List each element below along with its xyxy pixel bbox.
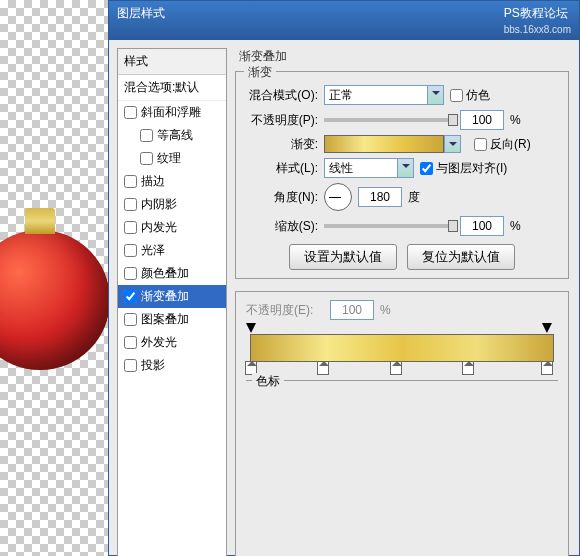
- style-checkbox[interactable]: [124, 290, 137, 303]
- blend-mode-label: 混合模式(O):: [246, 87, 318, 104]
- style-item-纹理[interactable]: 纹理: [118, 147, 226, 170]
- style-checkbox[interactable]: [140, 129, 153, 142]
- opacity-stop[interactable]: [246, 323, 256, 333]
- opacity-stop[interactable]: [542, 323, 552, 333]
- dither-checkbox[interactable]: 仿色: [450, 87, 522, 104]
- editor-opacity-label: 不透明度(E):: [246, 302, 324, 319]
- style-item-label: 光泽: [141, 242, 165, 259]
- style-item-投影[interactable]: 投影: [118, 354, 226, 377]
- angle-value[interactable]: 180: [358, 187, 402, 207]
- dialog-title: 图层样式: [117, 5, 165, 36]
- style-label: 样式(L):: [246, 160, 318, 177]
- blending-options-default[interactable]: 混合选项:默认: [118, 75, 226, 101]
- angle-label: 角度(N):: [246, 189, 318, 206]
- style-item-内阴影[interactable]: 内阴影: [118, 193, 226, 216]
- opacity-value[interactable]: 100: [460, 110, 504, 130]
- style-select[interactable]: 线性: [324, 158, 414, 178]
- scale-value[interactable]: 100: [460, 216, 504, 236]
- style-item-label: 等高线: [157, 127, 193, 144]
- style-item-label: 颜色叠加: [141, 265, 189, 282]
- color-stop[interactable]: [541, 361, 553, 375]
- styles-header: 样式: [118, 49, 226, 75]
- style-item-label: 投影: [141, 357, 165, 374]
- style-item-等高线[interactable]: 等高线: [118, 124, 226, 147]
- color-stop[interactable]: [317, 361, 329, 375]
- angle-dial[interactable]: [324, 183, 352, 211]
- style-item-光泽[interactable]: 光泽: [118, 239, 226, 262]
- dialog-titlebar[interactable]: 图层样式 PS教程论坛 bbs.16xx8.com: [109, 1, 579, 40]
- styles-list-panel: 样式 混合选项:默认 斜面和浮雕等高线纹理描边内阴影内发光光泽颜色叠加渐变叠加图…: [117, 48, 227, 556]
- style-item-颜色叠加[interactable]: 颜色叠加: [118, 262, 226, 285]
- style-checkbox[interactable]: [124, 175, 137, 188]
- layer-style-dialog: 图层样式 PS教程论坛 bbs.16xx8.com 样式 混合选项:默认 斜面和…: [108, 0, 580, 556]
- gradient-bar[interactable]: [250, 334, 554, 362]
- set-default-button[interactable]: 设置为默认值: [289, 244, 397, 270]
- opacity-label: 不透明度(P):: [246, 112, 318, 129]
- chevron-down-icon: [397, 159, 413, 177]
- blend-mode-select[interactable]: 正常: [324, 85, 444, 105]
- style-checkbox[interactable]: [124, 336, 137, 349]
- style-item-label: 内阴影: [141, 196, 177, 213]
- gradient-group-title: 渐变: [244, 64, 276, 81]
- color-stop[interactable]: [390, 361, 402, 375]
- gradient-swatch[interactable]: [324, 135, 444, 153]
- gradient-label: 渐变:: [246, 136, 318, 153]
- style-item-label: 外发光: [141, 334, 177, 351]
- degree-label: 度: [408, 189, 420, 206]
- style-item-图案叠加[interactable]: 图案叠加: [118, 308, 226, 331]
- scale-label: 缩放(S):: [246, 218, 318, 235]
- credit-text: PS教程论坛 bbs.16xx8.com: [504, 5, 571, 36]
- style-item-label: 图案叠加: [141, 311, 189, 328]
- style-checkbox[interactable]: [124, 313, 137, 326]
- style-item-label: 纹理: [157, 150, 181, 167]
- editor-opacity-value[interactable]: 100: [330, 300, 374, 320]
- gradient-group: 渐变 混合模式(O): 正常 仿色 不透明度(P): 100 %: [235, 71, 569, 279]
- style-checkbox[interactable]: [124, 221, 137, 234]
- style-checkbox[interactable]: [124, 267, 137, 280]
- style-checkbox[interactable]: [124, 244, 137, 257]
- reset-default-button[interactable]: 复位为默认值: [407, 244, 515, 270]
- reverse-checkbox[interactable]: 反向(R): [474, 136, 546, 153]
- color-stop[interactable]: [462, 361, 474, 375]
- style-checkbox[interactable]: [140, 152, 153, 165]
- style-item-外发光[interactable]: 外发光: [118, 331, 226, 354]
- style-checkbox[interactable]: [124, 198, 137, 211]
- align-checkbox[interactable]: 与图层对齐(I): [420, 160, 507, 177]
- style-item-label: 描边: [141, 173, 165, 190]
- style-checkbox[interactable]: [124, 106, 137, 119]
- style-item-label: 渐变叠加: [141, 288, 189, 305]
- percent-label: %: [510, 113, 521, 127]
- style-item-label: 斜面和浮雕: [141, 104, 201, 121]
- style-item-label: 内发光: [141, 219, 177, 236]
- main-heading: 渐变叠加: [239, 48, 569, 65]
- style-item-内发光[interactable]: 内发光: [118, 216, 226, 239]
- style-item-渐变叠加[interactable]: 渐变叠加: [118, 285, 226, 308]
- gradient-editor-panel: 不透明度(E): 100 % 色标: [235, 291, 569, 556]
- style-item-斜面和浮雕[interactable]: 斜面和浮雕: [118, 101, 226, 124]
- scale-slider[interactable]: [324, 224, 454, 228]
- opacity-slider[interactable]: [324, 118, 454, 122]
- colorstops-section: 色标: [246, 380, 558, 387]
- percent-label: %: [510, 219, 521, 233]
- style-item-描边[interactable]: 描边: [118, 170, 226, 193]
- style-checkbox[interactable]: [124, 359, 137, 372]
- chevron-down-icon: [427, 86, 443, 104]
- gradient-dropdown-icon[interactable]: [444, 135, 461, 153]
